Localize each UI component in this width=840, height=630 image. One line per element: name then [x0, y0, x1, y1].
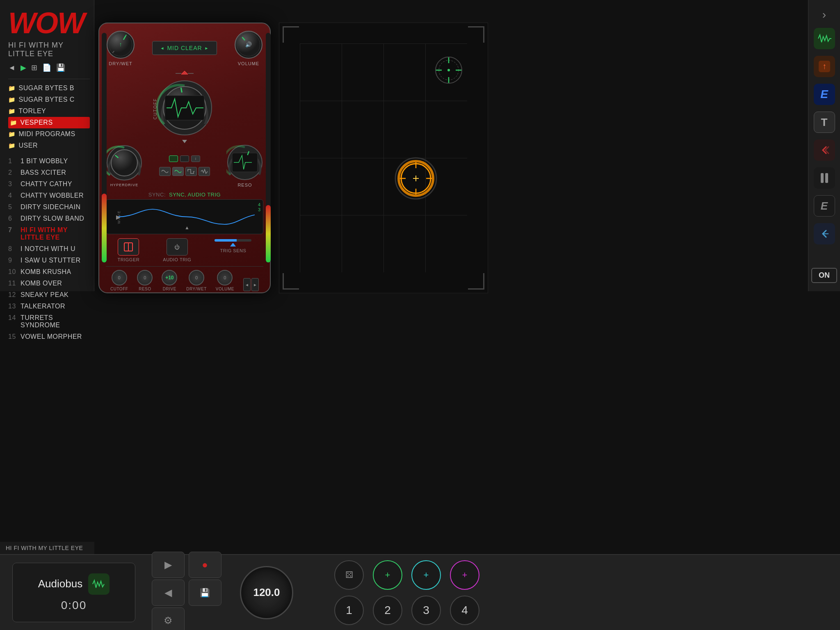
macro-drywet-knob[interactable]: 0: [189, 270, 204, 285]
indicator-3[interactable]: i: [191, 155, 200, 162]
trig-sens-label: TRIG SENS: [220, 248, 247, 253]
mid-clear-button[interactable]: MID CLEAR: [152, 41, 217, 55]
scene-2-button[interactable]: 2: [373, 596, 402, 625]
preset-item[interactable]: 8I NOTCH WITH U: [8, 243, 90, 255]
grid-icon[interactable]: ⊞: [31, 63, 37, 72]
wave-btn-custom[interactable]: [199, 167, 210, 176]
sidebar-bottom-strip: HI FI WITH MY LITTLE EYE: [0, 542, 94, 554]
wave-btn-sine2[interactable]: [172, 167, 184, 176]
macro-next-arrow[interactable]: ►: [251, 278, 259, 291]
level-bar-left-fill: [102, 194, 107, 262]
preset-item[interactable]: 4CHATTY WOBBLER: [8, 190, 90, 201]
folder-item[interactable]: 📁MIDI PROGRAMS: [8, 128, 90, 140]
pause-app-icon[interactable]: [814, 167, 835, 189]
macro-reso: 0 RESO: [137, 270, 153, 291]
preset-item[interactable]: 3CHATTY CATHY: [8, 178, 90, 190]
macro-row: 0 CUTOFF 0 RESO +10 DRIVE 0 DRY/WET 0 VO…: [106, 266, 263, 291]
folder-list: 📁SUGAR BYTES B 📁SUGAR BYTES C 📁TORLEY 📁V…: [8, 79, 90, 151]
volume-label: VOLUME: [238, 61, 259, 66]
trig-sens-bar[interactable]: [215, 239, 251, 242]
t-app-icon[interactable]: T: [814, 112, 835, 133]
xy-pad-area[interactable]: [279, 23, 488, 293]
preset-list: 11 BIT WOBBLY 2BASS XCITER 3CHATTY CATHY…: [8, 155, 90, 342]
dry-wet-knob[interactable]: ↑ DRY/WET: [106, 30, 135, 59]
macro-reso-knob[interactable]: 0: [137, 270, 153, 285]
preset-item[interactable]: 15VOWEL MORPHER: [8, 331, 90, 342]
preset-item[interactable]: 6DIRTY SLOW BAND: [8, 213, 90, 224]
waveform-app-icon[interactable]: [814, 28, 835, 49]
dice-button[interactable]: ⚄: [334, 560, 364, 590]
folder-item[interactable]: 📁USER: [8, 140, 90, 151]
cutoff-knob[interactable]: [156, 79, 213, 137]
scene-1-button[interactable]: 1: [334, 596, 364, 625]
macro-nav-arrows: ◄ ►: [243, 278, 259, 291]
right-panel: › ↑ E T E ON: [808, 0, 840, 291]
volume-knob[interactable]: 🔊: [234, 30, 263, 59]
hyperdrive-knob[interactable]: [106, 144, 143, 181]
doc-icon[interactable]: 📄: [42, 63, 51, 72]
audiobus-top: Audiobus: [38, 573, 110, 595]
cutoff-dropdown-arrow[interactable]: [182, 140, 187, 143]
wave-display[interactable]: WAVE ▶ ▲ 4 3: [106, 199, 263, 234]
preset-item-active[interactable]: 7HI FI WITH MY LITTLE EYE: [8, 224, 90, 243]
folder-item[interactable]: 📁TORLEY: [8, 105, 90, 117]
audiobus-icon[interactable]: [88, 573, 110, 595]
wave-btn-sine[interactable]: [159, 167, 171, 176]
scene-4-button[interactable]: 4: [450, 596, 479, 625]
macro-volume-knob[interactable]: 0: [217, 270, 233, 285]
right-panel-expand-arrow[interactable]: ›: [822, 8, 826, 21]
indicator-1[interactable]: [169, 155, 178, 162]
prev-icon[interactable]: ◄: [8, 64, 16, 72]
rewind-button[interactable]: ◀: [152, 580, 185, 606]
preset-item[interactable]: 14TURRETS SYNDROME: [8, 312, 90, 331]
scene-add-row: ⚄ + + +: [334, 560, 479, 590]
play-icon[interactable]: ▶: [21, 63, 26, 72]
add-button-1[interactable]: +: [373, 560, 402, 590]
preset-item[interactable]: 10KOMB KRUSHA: [8, 266, 90, 278]
dry-wet-knob-container: ↑ DRY/WET DRY/WET: [106, 30, 135, 66]
disk-icon[interactable]: 💾: [56, 63, 65, 72]
play-button[interactable]: ▶: [152, 552, 185, 578]
add-button-3[interactable]: +: [450, 560, 479, 590]
e-app-icon[interactable]: E: [814, 84, 835, 105]
folder-icon: 📁: [8, 96, 16, 103]
macro-drive: +10 DRIVE: [162, 270, 177, 291]
reso-knob[interactable]: [226, 144, 263, 181]
indicator-2[interactable]: [180, 155, 189, 162]
preset-item[interactable]: 2BASS XCITER: [8, 167, 90, 178]
trig-sens-container: TRIG SENS: [215, 238, 251, 262]
scene-3-button[interactable]: 3: [411, 596, 441, 625]
preset-item[interactable]: 11 BIT WOBBLY: [8, 155, 90, 167]
folder-item[interactable]: 📁SUGAR BYTES C: [8, 94, 90, 105]
audio-trig-button[interactable]: ⏻: [167, 238, 188, 256]
folder-icon: 📁: [8, 108, 16, 114]
folder-item[interactable]: 📁SUGAR BYTES B: [8, 82, 90, 94]
macro-drive-knob[interactable]: +10: [162, 270, 177, 285]
macro-prev-arrow[interactable]: ◄: [243, 278, 251, 291]
trigger-label: TRIGGER: [118, 257, 140, 262]
disk-button[interactable]: 💾: [189, 580, 221, 606]
preset-item[interactable]: 5DIRTY SIDECHAIN: [8, 201, 90, 213]
preset-item[interactable]: 11KOMB OVER: [8, 278, 90, 289]
trigger-row: TRIGGER ⏻ AUDIO TRIG TRIG SENS: [106, 238, 263, 262]
add-button-2[interactable]: +: [411, 560, 441, 590]
trigger-button[interactable]: [118, 238, 139, 256]
upload-app-icon[interactable]: ↑: [814, 56, 835, 77]
xy-cursor[interactable]: [393, 156, 438, 203]
preset-item[interactable]: 13TALKERATOR: [8, 301, 90, 312]
e-dark-app-icon[interactable]: E: [814, 195, 835, 217]
preset-item[interactable]: 9I SAW U STUTTER: [8, 255, 90, 266]
back-app-icon[interactable]: [814, 139, 835, 161]
macro-reso-label: RESO: [139, 287, 151, 291]
macro-drive-label: DRIVE: [163, 287, 176, 291]
record-button[interactable]: ●: [189, 552, 221, 578]
bpm-knob[interactable]: 120.0: [240, 566, 293, 619]
settings-button[interactable]: ⚙: [152, 607, 185, 630]
hyperdrive-label: HYPERDRIVE: [110, 183, 139, 187]
preset-item[interactable]: 12SNEAKY PEAK: [8, 289, 90, 301]
folder-item-vespers[interactable]: 📁VESPERS: [8, 117, 90, 128]
macro-cutoff-knob[interactable]: 0: [112, 270, 127, 285]
on-button[interactable]: ON: [811, 268, 837, 283]
wave-btn-square[interactable]: [185, 167, 197, 176]
back2-app-icon[interactable]: [814, 223, 835, 244]
